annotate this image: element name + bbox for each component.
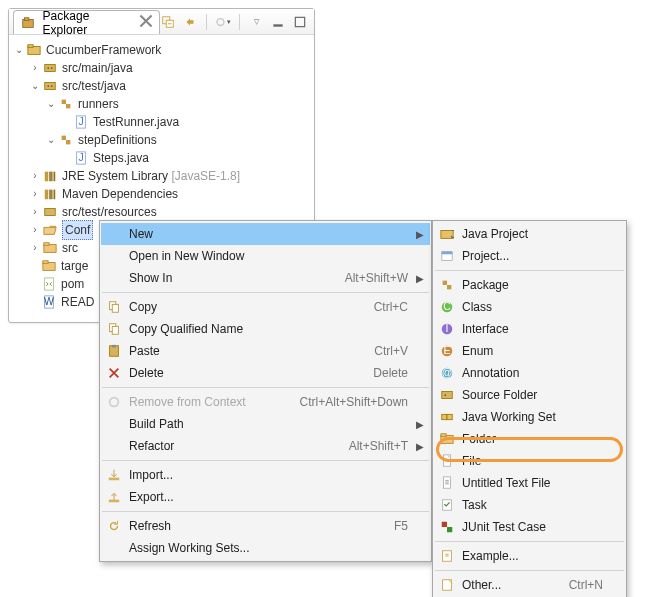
menu-class[interactable]: CClass <box>434 296 625 318</box>
copy-icon <box>103 300 125 314</box>
menu-other[interactable]: Other...Ctrl+N <box>434 574 625 596</box>
svg-text:J: J <box>451 228 455 240</box>
menu-package[interactable]: Package <box>434 274 625 296</box>
maximize-icon[interactable] <box>292 14 308 30</box>
tree-src-test-res[interactable]: ›src/test/resources <box>13 203 310 221</box>
menu-interface[interactable]: IInterface <box>434 318 625 340</box>
collapse-all-icon[interactable] <box>160 14 176 30</box>
menu-source-folder[interactable]: Source Folder <box>434 384 625 406</box>
folder-icon <box>41 258 57 274</box>
menu-refresh[interactable]: RefreshF5 <box>101 515 430 537</box>
import-icon <box>103 468 125 482</box>
tree-src-main-java[interactable]: ›src/main/java <box>13 59 310 77</box>
wizard-icon <box>436 578 458 592</box>
expand-arrow[interactable]: ⌄ <box>13 41 25 59</box>
svg-point-4 <box>217 18 224 25</box>
close-tab-icon[interactable] <box>139 14 153 31</box>
new-submenu: JJava Project Project... Package CClass … <box>432 220 627 597</box>
example-icon <box>436 549 458 563</box>
menu-import[interactable]: Import... <box>101 464 430 486</box>
view-menu-icon[interactable]: ▽ <box>248 14 264 30</box>
enum-icon: E <box>436 344 458 358</box>
menu-java-working-set[interactable]: Java Working Set <box>434 406 625 428</box>
menu-remove-context: Remove from ContextCtrl+Alt+Shift+Down <box>101 391 430 413</box>
expand-arrow[interactable]: › <box>29 221 41 239</box>
svg-text:E: E <box>443 344 450 356</box>
expand-arrow[interactable]: ⌄ <box>45 95 57 113</box>
svg-rect-20 <box>66 140 70 144</box>
folder-open-icon <box>42 222 58 238</box>
context-menu: New▶ Open in New Window Show InAlt+Shift… <box>99 220 432 562</box>
folder-icon <box>436 432 458 446</box>
menu-project[interactable]: Project... <box>434 245 625 267</box>
menu-file[interactable]: File <box>434 450 625 472</box>
tree-src-test-java[interactable]: ⌄src/test/java <box>13 77 310 95</box>
package-folder-icon <box>42 60 58 76</box>
tree-steps[interactable]: JSteps.java <box>13 149 310 167</box>
svg-point-14 <box>51 85 53 87</box>
expand-arrow[interactable]: › <box>29 59 41 77</box>
package-icon <box>20 15 36 31</box>
menu-java-project[interactable]: JJava Project <box>434 223 625 245</box>
link-editor-icon[interactable] <box>182 14 198 30</box>
svg-rect-44 <box>109 478 120 481</box>
xml-file-icon <box>41 276 57 292</box>
menu-junit[interactable]: JUnit Test Case <box>434 516 625 538</box>
menu-task[interactable]: Task <box>434 494 625 516</box>
svg-text:W: W <box>44 295 54 307</box>
expand-arrow[interactable]: › <box>29 185 41 203</box>
svg-rect-5 <box>273 24 282 26</box>
java-file-icon: J <box>73 150 89 166</box>
menu-example[interactable]: Example... <box>434 545 625 567</box>
svg-rect-45 <box>109 500 120 503</box>
menu-copy-qualified[interactable]: Copy Qualified Name <box>101 318 430 340</box>
tree-testrunner[interactable]: JTestRunner.java <box>13 113 310 131</box>
refresh-icon <box>103 519 125 533</box>
svg-rect-1 <box>24 17 28 20</box>
expand-arrow[interactable]: › <box>29 167 41 185</box>
expand-arrow[interactable]: ⌄ <box>29 77 41 95</box>
expand-arrow[interactable]: › <box>29 203 41 221</box>
word-file-icon: W <box>41 294 57 310</box>
remove-context-icon <box>103 395 125 409</box>
svg-rect-28 <box>54 190 56 200</box>
java-project-icon: J <box>436 227 458 241</box>
menu-assign-working-sets[interactable]: Assign Working Sets... <box>101 537 430 559</box>
expand-arrow[interactable]: › <box>29 239 41 257</box>
svg-point-61 <box>444 394 446 396</box>
menu-refactor[interactable]: RefactorAlt+Shift+T▶ <box>101 435 430 457</box>
menu-untitled-text-file[interactable]: Untitled Text File <box>434 472 625 494</box>
tree-maven[interactable]: ›Maven Dependencies <box>13 185 310 203</box>
menu-open-window[interactable]: Open in New Window <box>101 245 430 267</box>
menu-copy[interactable]: CopyCtrl+C <box>101 296 430 318</box>
tree-jre[interactable]: ›JRE System Library [JavaSE-1.8] <box>13 167 310 185</box>
menu-enum[interactable]: EEnum <box>434 340 625 362</box>
tree-stepdefs[interactable]: ⌄stepDefinitions <box>13 131 310 149</box>
svg-point-43 <box>110 398 119 407</box>
svg-rect-33 <box>43 261 48 264</box>
folder-icon <box>42 240 58 256</box>
menu-export[interactable]: Export... <box>101 486 430 508</box>
submenu-arrow-icon: ▶ <box>416 441 424 452</box>
menu-build-path[interactable]: Build Path▶ <box>101 413 430 435</box>
expand-arrow[interactable]: ⌄ <box>45 131 57 149</box>
menu-new[interactable]: New▶ <box>101 223 430 245</box>
package-explorer-tab[interactable]: Package Explorer <box>13 10 160 34</box>
menu-paste[interactable]: PasteCtrl+V <box>101 340 430 362</box>
svg-rect-49 <box>442 252 453 255</box>
file-icon <box>436 454 458 468</box>
menu-annotation[interactable]: @Annotation <box>434 362 625 384</box>
svg-text:C: C <box>443 300 451 312</box>
tree-project[interactable]: ⌄CucumberFramework <box>13 41 310 59</box>
library-icon <box>42 186 58 202</box>
svg-rect-24 <box>49 172 53 182</box>
menu-folder[interactable]: Folder <box>434 428 625 450</box>
tree-runners[interactable]: ⌄runners <box>13 95 310 113</box>
menu-delete[interactable]: DeleteDelete <box>101 362 430 384</box>
svg-rect-50 <box>443 281 447 285</box>
focus-task-icon[interactable]: ▾ <box>215 14 231 30</box>
copy-icon <box>103 322 125 336</box>
menu-show-in[interactable]: Show InAlt+Shift+W▶ <box>101 267 430 289</box>
minimize-icon[interactable] <box>270 14 286 30</box>
svg-rect-69 <box>442 522 447 527</box>
